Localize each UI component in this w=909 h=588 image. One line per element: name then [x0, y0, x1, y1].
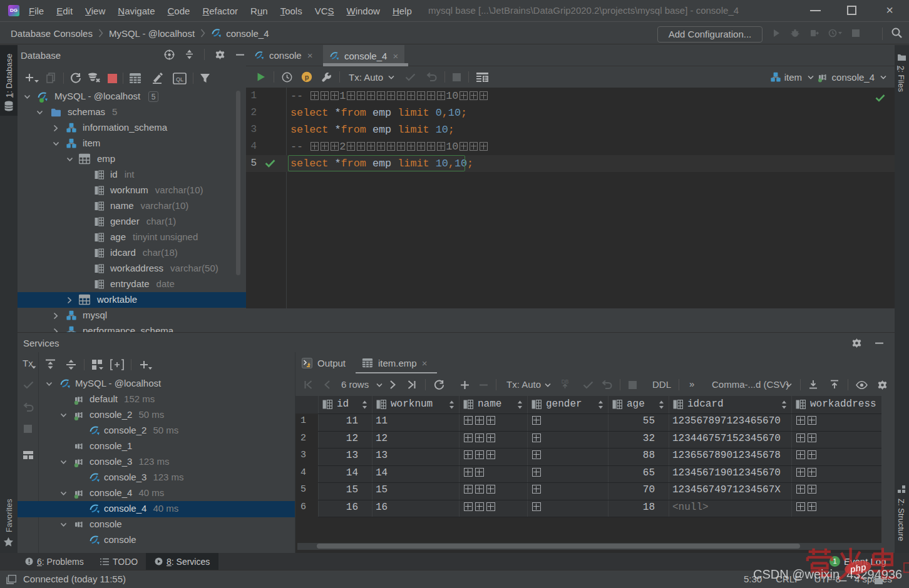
svg-text:p: p — [305, 73, 309, 81]
svg-text:QL: QL — [176, 76, 183, 82]
